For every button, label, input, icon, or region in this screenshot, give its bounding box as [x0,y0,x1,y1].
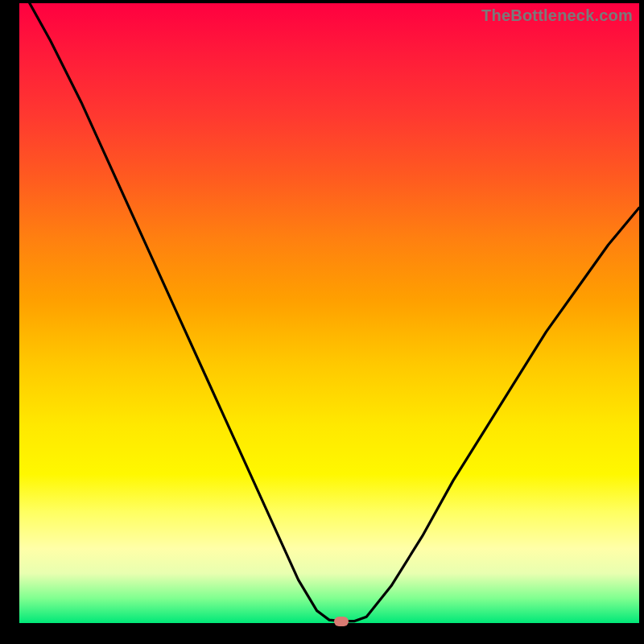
plot-area: TheBottleneck.com [19,3,639,623]
chart-frame: TheBottleneck.com [0,0,644,644]
curve-path [19,0,639,621]
optimum-marker [334,617,349,626]
bottleneck-curve [19,3,639,623]
